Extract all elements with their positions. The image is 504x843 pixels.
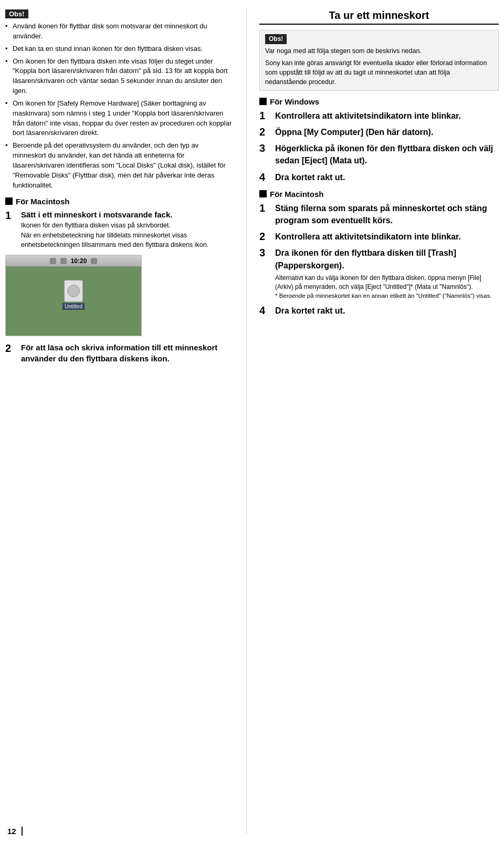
bullet-item-4: Om ikonen för [Safely Remove Hardware] (…	[5, 99, 234, 138]
r-mac-step3-alt: Alternativt kan du välja ikonen för den …	[275, 274, 499, 292]
win-step2-num: 2	[259, 126, 271, 138]
square-icon-mac-right	[259, 190, 267, 197]
mac-step2-num: 2	[5, 342, 17, 354]
disk-icon: Untitled	[62, 280, 85, 310]
titlebar-btn-2	[60, 258, 67, 264]
titlebar-time: 10:20	[71, 257, 87, 265]
r-mac-step4-num: 4	[259, 305, 271, 316]
screenshot-desktop: Untitled	[6, 267, 141, 336]
r-mac-step3-content: Dra ikonen för den flyttbara disken till…	[275, 247, 499, 300]
mac-section-header-left: För Macintosh	[5, 197, 234, 206]
obs-label-left: Obs!	[5, 9, 28, 18]
win-step1-text: Kontrollera att aktivitetsindikatorn int…	[275, 110, 461, 122]
win-step1-row: 1 Kontrollera att aktivitetsindikatorn i…	[259, 110, 499, 122]
disk-icon-shape	[64, 280, 83, 302]
obs-text1: Var noga med att följa stegen som de bes…	[265, 46, 493, 56]
r-mac-step3-num: 3	[259, 247, 271, 258]
bullet-list: Använd ikonen för flyttbar disk som mots…	[5, 22, 234, 191]
r-mac-step1-text: Stäng filerna som sparats på minneskorte…	[275, 202, 499, 226]
obs-warning-right: Obs! Var noga med att följa stegen som d…	[259, 30, 499, 91]
r-mac-step4-text: Dra kortet rakt ut.	[275, 305, 345, 317]
win-step3-text: Högerklicka på ikonen för den flyttbara …	[275, 142, 499, 166]
titlebar-btn-1	[50, 258, 56, 264]
page-title: Ta ur ett minneskort	[259, 9, 499, 25]
right-column: Ta ur ett minneskort Obs! Var noga med a…	[247, 9, 499, 834]
bullet-item-1: Använd ikonen för flyttbar disk som mots…	[5, 22, 234, 41]
mac-section-header-right: För Macintosh	[259, 190, 499, 199]
mac-section-label-left: För Macintosh	[16, 197, 70, 206]
win-step3-num: 3	[259, 142, 271, 154]
win-step4-row: 4 Dra kortet rakt ut.	[259, 171, 499, 183]
r-mac-step3-text: Dra ikonen för den flyttbara disken till…	[275, 247, 499, 271]
mac-step2-text: För att läsa och skriva information till…	[21, 342, 234, 364]
win-section-label: För Windows	[270, 97, 319, 106]
square-icon-win	[259, 98, 267, 105]
r-mac-step2-num: 2	[259, 231, 271, 242]
disk-label: Untitled	[62, 303, 85, 310]
r-mac-step1-num: 1	[259, 202, 271, 214]
win-step3-row: 3 Högerklicka på ikonen för den flyttbar…	[259, 142, 499, 166]
page: Obs! Använd ikonen för flyttbar disk som…	[0, 0, 504, 843]
r-mac-step1-row: 1 Stäng filerna som sparats på minneskor…	[259, 202, 499, 226]
r-mac-step4-row: 4 Dra kortet rakt ut.	[259, 305, 499, 317]
mac-step2-row: 2 För att läsa och skriva information ti…	[5, 342, 234, 364]
mac-step1-sub1: Ikonen för den flyttbara disken visas på…	[21, 221, 234, 231]
win-step2-row: 2 Öppna [My Computer] (Den här datorn).	[259, 126, 499, 138]
mac-step1-content: Sätt i ett minneskort i motsvarande fack…	[21, 210, 234, 250]
bullet-item-2: Det kan ta en stund innan ikonen för den…	[5, 44, 234, 54]
square-icon-left	[5, 197, 13, 205]
r-mac-step3-row: 3 Dra ikonen för den flyttbara disken ti…	[259, 247, 499, 300]
r-mac-step2-row: 2 Kontrollera att aktivitetsindikatorn i…	[259, 231, 499, 243]
mac-step1-sub2: När en enhetsbeteckning har tilldelats m…	[21, 231, 234, 249]
bullet-item-5: Beroende på det operativsystem du använd…	[5, 141, 234, 190]
obs-label-right: Obs!	[265, 34, 287, 44]
win-section-header: För Windows	[259, 97, 499, 106]
bullet-item-3: Om ikonen för den flyttbara disken inte …	[5, 57, 234, 96]
page-number: 12	[7, 827, 23, 836]
left-column: Obs! Använd ikonen för flyttbar disk som…	[5, 9, 247, 834]
r-mac-step3-note: * Beroende på minneskortet kan en annan …	[275, 292, 499, 300]
mac-section-label-right: För Macintosh	[270, 190, 324, 199]
win-step1-num: 1	[259, 110, 271, 121]
titlebar-btn-3	[91, 258, 97, 264]
r-mac-step2-text: Kontrollera att aktivitetsindikatorn int…	[275, 231, 461, 243]
win-step4-text: Dra kortet rakt ut.	[275, 171, 345, 183]
screenshot-titlebar: 10:20	[6, 255, 141, 267]
mac-step1-text: Sätt i ett minneskort i motsvarande fack…	[21, 210, 234, 220]
screenshot-container: 10:20 Untitled	[5, 255, 142, 336]
mac-step1-num: 1	[5, 210, 17, 221]
win-step2-text: Öppna [My Computer] (Den här datorn).	[275, 126, 433, 138]
mac-step1-row: 1 Sätt i ett minneskort i motsvarande fa…	[5, 210, 234, 250]
win-step4-num: 4	[259, 171, 271, 183]
obs-text2: Sony kan inte göras ansvarigt för eventu…	[265, 58, 493, 87]
